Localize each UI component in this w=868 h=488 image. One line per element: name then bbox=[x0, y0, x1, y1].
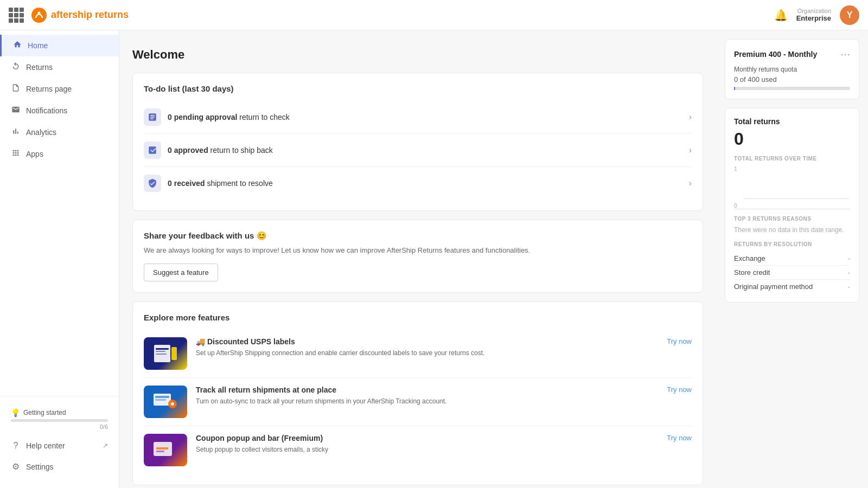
sidebar-item-notifications[interactable]: Notifications bbox=[0, 100, 119, 121]
org-info: Organization Enterprise bbox=[796, 8, 831, 22]
resolution-section: RETURNS BY RESOLUTION Exchange - Store c… bbox=[734, 241, 850, 293]
todo-item-pending[interactable]: 0 pending approval return to check › bbox=[144, 101, 692, 134]
svg-point-0 bbox=[31, 8, 47, 23]
external-link-icon: ↗ bbox=[103, 442, 108, 450]
feature-header-track: Track all return shipments at one place … bbox=[196, 386, 692, 394]
total-returns-label: Total returns bbox=[734, 117, 850, 126]
feature-thumb-usps bbox=[144, 337, 187, 370]
settings-label: Settings bbox=[26, 463, 54, 471]
svg-rect-4 bbox=[156, 351, 165, 352]
svg-rect-13 bbox=[156, 447, 168, 450]
sidebar-item-returns[interactable]: Returns bbox=[0, 56, 119, 78]
feature-content-coupon: Coupon popup and bar (Freemium) Try now … bbox=[196, 434, 692, 454]
notification-bell-icon[interactable]: 🔔 bbox=[774, 9, 788, 22]
plan-menu-icon[interactable]: ⋯ bbox=[840, 48, 850, 60]
svg-rect-5 bbox=[156, 354, 167, 355]
sidebar-item-home[interactable]: Home bbox=[0, 35, 119, 56]
suggest-feature-button[interactable]: Suggest a feature bbox=[144, 264, 218, 281]
returns-reasons-section: TOP 3 RETURNS REASONS There were no data… bbox=[734, 216, 850, 234]
try-now-coupon[interactable]: Try now bbox=[667, 434, 692, 442]
try-now-track[interactable]: Try now bbox=[667, 386, 692, 394]
analytics-icon bbox=[11, 127, 21, 138]
chart-label: TOTAL RETURNS OVER TIME bbox=[734, 156, 850, 162]
sidebar-item-settings[interactable]: ⚙ Settings bbox=[0, 456, 119, 477]
svg-rect-14 bbox=[156, 451, 164, 452]
feedback-card: Share your feedback with us 😊 We are alw… bbox=[132, 220, 703, 293]
chevron-right-icon: › bbox=[689, 112, 692, 122]
apps-grid-icon[interactable] bbox=[9, 8, 24, 23]
sidebar-label-notifications: Notifications bbox=[26, 106, 67, 115]
chevron-right-icon: › bbox=[689, 178, 692, 188]
getting-started-label: 💡 Getting started bbox=[11, 408, 108, 417]
svg-rect-15 bbox=[744, 198, 850, 199]
progress-bar bbox=[11, 419, 108, 422]
resolution-original-payment-label: Original payment method bbox=[734, 282, 813, 291]
returns-icon bbox=[11, 62, 21, 73]
todo-card: To-do list (last 30 days) 0 pending appr… bbox=[132, 73, 703, 211]
sidebar: Home Returns Returns page Notifications bbox=[0, 30, 119, 488]
todo-title: To-do list (last 30 days) bbox=[144, 84, 692, 93]
resolution-exchange-label: Exchange bbox=[734, 254, 765, 262]
feature-desc-track: Turn on auto-sync to track all your retu… bbox=[196, 396, 692, 406]
apps-icon bbox=[11, 149, 21, 159]
feature-content-track: Track all return shipments at one place … bbox=[196, 386, 692, 406]
todo-item-left: 0 received shipment to resolve bbox=[144, 175, 273, 192]
quota-count: 0 of 400 used bbox=[734, 75, 850, 84]
right-panel: Premium 400 - Monthly ⋯ Monthly returns … bbox=[716, 30, 868, 488]
todo-item-left: 0 approved return to ship back bbox=[144, 142, 273, 159]
todo-item-received[interactable]: 0 received shipment to resolve › bbox=[144, 167, 692, 200]
feature-desc-coupon: Setup popup to collect visitors emails, … bbox=[196, 445, 692, 454]
feature-header-coupon: Coupon popup and bar (Freemium) Try now bbox=[196, 434, 692, 442]
sidebar-label-home: Home bbox=[28, 41, 48, 50]
resolution-store-credit-label: Store credit bbox=[734, 268, 770, 277]
progress-count: 0/6 bbox=[11, 423, 108, 430]
sidebar-item-apps[interactable]: Apps bbox=[0, 143, 119, 165]
top-bar-right: 🔔 Organization Enterprise Y bbox=[774, 5, 859, 25]
feature-item-usps: 🚚 Discounted USPS labels Try now Set up … bbox=[144, 330, 692, 378]
sidebar-item-analytics[interactable]: Analytics bbox=[0, 121, 119, 143]
feature-item-coupon: Coupon popup and bar (Freemium) Try now … bbox=[144, 426, 692, 474]
try-now-usps[interactable]: Try now bbox=[667, 337, 692, 345]
feature-item-track: Track all return shipments at one place … bbox=[144, 378, 692, 426]
feedback-description: We are always looking for ways to improv… bbox=[144, 245, 692, 256]
todo-pending-text: 0 pending approval return to check bbox=[168, 113, 290, 121]
feature-header-usps: 🚚 Discounted USPS labels Try now bbox=[196, 337, 692, 346]
todo-item-approved[interactable]: 0 approved return to ship back › bbox=[144, 134, 692, 167]
todo-approved-text: 0 approved return to ship back bbox=[168, 146, 273, 155]
resolution-original-payment: Original payment method - bbox=[734, 280, 850, 293]
help-icon: ? bbox=[11, 441, 21, 451]
todo-received-text: 0 received shipment to resolve bbox=[168, 179, 273, 188]
top-bar: aftership returns 🔔 Organization Enterpr… bbox=[0, 0, 868, 30]
svg-point-1 bbox=[38, 11, 41, 14]
getting-started-section: 💡 Getting started 0/6 bbox=[0, 403, 119, 435]
returns-reasons-title: TOP 3 RETURNS REASONS bbox=[734, 216, 850, 222]
resolution-exchange: Exchange - bbox=[734, 252, 850, 266]
chart-svg bbox=[734, 166, 850, 207]
resolution-exchange-value: - bbox=[848, 254, 850, 262]
resolution-store-credit-value: - bbox=[848, 268, 850, 277]
sidebar-item-returns-page[interactable]: Returns page bbox=[0, 78, 119, 100]
logo-text: aftership returns bbox=[51, 9, 129, 21]
feature-title-usps: 🚚 Discounted USPS labels bbox=[196, 337, 295, 346]
chart-area: 1 0 bbox=[734, 166, 850, 209]
quota-progress-bar bbox=[734, 87, 850, 90]
resolution-title: RETURNS BY RESOLUTION bbox=[734, 241, 850, 247]
todo-item-left: 0 pending approval return to check bbox=[144, 108, 290, 126]
top-bar-left: aftership returns bbox=[9, 7, 129, 24]
feedback-title: Share your feedback with us 😊 bbox=[144, 231, 692, 241]
sidebar-label-returns: Returns bbox=[26, 63, 53, 72]
org-name: Enterprise bbox=[796, 14, 831, 22]
returns-page-icon bbox=[11, 84, 21, 94]
quota-label: Monthly returns quota bbox=[734, 66, 850, 73]
chart-y-max: 1 bbox=[734, 166, 737, 172]
logo: aftership returns bbox=[30, 7, 129, 24]
sidebar-item-help[interactable]: ? Help center ↗ bbox=[0, 435, 119, 456]
avatar[interactable]: Y bbox=[840, 5, 859, 25]
page-title: Welcome bbox=[132, 48, 703, 62]
help-center-label: Help center bbox=[26, 441, 65, 450]
total-returns-count: 0 bbox=[734, 129, 850, 149]
resolution-original-payment-value: - bbox=[848, 282, 850, 291]
todo-received-icon bbox=[144, 175, 161, 192]
plan-card: Premium 400 - Monthly ⋯ Monthly returns … bbox=[725, 39, 859, 99]
svg-point-11 bbox=[171, 402, 174, 406]
